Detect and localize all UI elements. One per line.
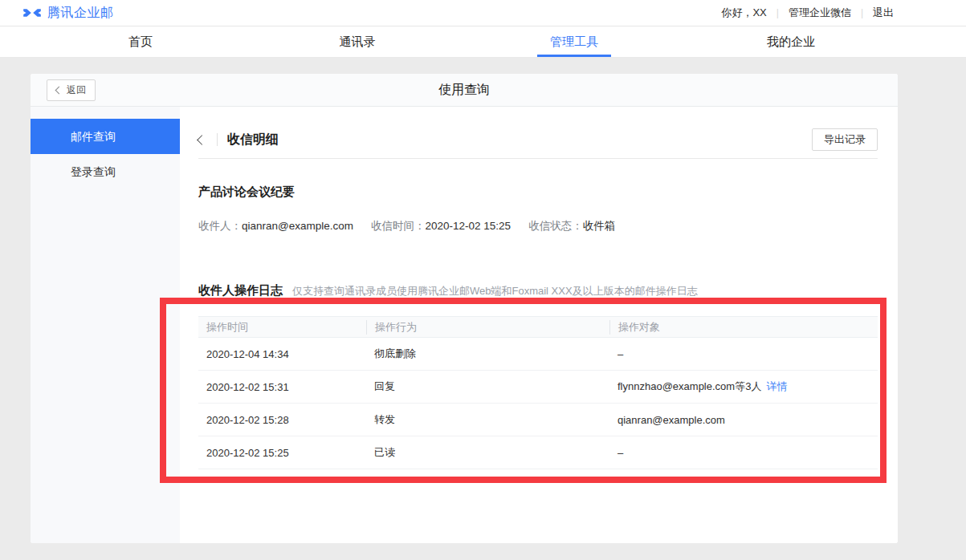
- table-body: 2020-12-04 14:34彻底删除–2020-12-02 15:31回复f…: [198, 338, 878, 469]
- cell-target: –: [609, 447, 878, 459]
- sidebar-item-邮件查询[interactable]: 邮件查询: [31, 119, 180, 154]
- back-button-label: 返回: [67, 83, 86, 97]
- chevron-left-icon: [55, 87, 63, 95]
- export-records-button[interactable]: 导出记录: [812, 128, 878, 151]
- nav-tabs: 首页通讯录管理工具我的企业: [0, 26, 966, 58]
- greeting-text: 你好，XX: [721, 6, 766, 20]
- page-title: 使用查询: [438, 82, 490, 99]
- logo-text: 腾讯企业邮: [47, 5, 114, 22]
- tab-通讯录[interactable]: 通讯录: [249, 26, 466, 57]
- cell-time: 2020-12-02 15:25: [198, 447, 366, 459]
- table-row: 2020-12-02 15:25已读–: [198, 436, 878, 469]
- usage-query-panel: 返回 使用查询 邮件查询登录查询 收信明细 导出记录 产品讨论会议纪要 收件人：…: [31, 74, 898, 543]
- cell-time: 2020-12-04 14:34: [198, 348, 366, 360]
- cell-target: –: [609, 348, 878, 360]
- cell-target: flynnzhao@example.com等3人详情: [609, 379, 878, 394]
- column-header-操作时间: 操作时间: [198, 320, 366, 335]
- usage-query-header: 返回 使用查询: [31, 74, 898, 107]
- chevron-left-icon[interactable]: [197, 135, 207, 145]
- cell-action: 转发: [366, 412, 609, 427]
- log-section-title: 收件人操作日志: [198, 283, 283, 298]
- cell-time: 2020-12-02 15:31: [198, 381, 366, 393]
- meta-value: 2020-12-02 15:25: [426, 220, 512, 232]
- cell-action: 彻底删除: [366, 347, 609, 361]
- operation-log-table: 操作时间操作行为操作对象 2020-12-04 14:34彻底删除–2020-1…: [198, 316, 878, 469]
- meta-field: 收件人：qianran@example.com: [198, 219, 353, 233]
- tab-我的企业[interactable]: 我的企业: [683, 26, 899, 57]
- target-text: qianran@example.com: [618, 414, 725, 426]
- meta-label: 收件人：: [198, 220, 242, 232]
- divider: [198, 158, 878, 159]
- divider: [217, 133, 218, 146]
- back-button[interactable]: 返回: [47, 79, 96, 101]
- manage-wecom-link[interactable]: 管理企业微信: [789, 6, 851, 20]
- table-row: 2020-12-02 15:28转发qianran@example.com: [198, 404, 878, 436]
- meta-value: 收件箱: [583, 220, 616, 232]
- detail-panel: 收信明细 导出记录 产品讨论会议纪要 收件人：qianran@example.c…: [180, 107, 898, 543]
- column-header-操作对象: 操作对象: [609, 320, 878, 335]
- log-section-header: 收件人操作日志 仅支持查询通讯录成员使用腾讯企业邮Web端和Foxmail XX…: [198, 283, 898, 298]
- sidebar: 邮件查询登录查询: [31, 107, 180, 543]
- meta-field: 收信时间：2020-12-02 15:25: [371, 219, 511, 233]
- table-header-row: 操作时间操作行为操作对象: [198, 316, 878, 338]
- logout-link[interactable]: 退出: [873, 6, 894, 20]
- cell-time: 2020-12-02 15:28: [198, 414, 366, 426]
- table-row: 2020-12-02 15:31回复flynnzhao@example.com等…: [198, 371, 878, 404]
- target-text: –: [618, 447, 623, 459]
- divider: |: [861, 7, 863, 18]
- cell-action: 已读: [366, 445, 609, 460]
- cell-target: qianran@example.com: [609, 414, 878, 426]
- sidebar-item-登录查询[interactable]: 登录查询: [31, 154, 180, 189]
- topbar: 腾讯企业邮 你好，XX | 管理企业微信 | 退出: [0, 0, 966, 26]
- meta-label: 收信时间：: [371, 220, 426, 232]
- detail-link[interactable]: 详情: [766, 380, 787, 392]
- detail-header: 收信明细 导出记录: [180, 107, 898, 158]
- tab-首页[interactable]: 首页: [32, 26, 249, 57]
- divider: |: [776, 7, 779, 18]
- table-row: 2020-12-04 14:34彻底删除–: [198, 338, 878, 371]
- mail-subject: 产品讨论会议纪要: [198, 185, 898, 200]
- tab-管理工具[interactable]: 管理工具: [466, 26, 683, 57]
- topbar-links: 你好，XX | 管理企业微信 | 退出: [721, 6, 894, 20]
- exmail-logo[interactable]: 腾讯企业邮: [22, 5, 114, 22]
- target-text: flynnzhao@example.com等3人: [618, 380, 761, 392]
- meta-value: qianran@example.com: [242, 220, 353, 232]
- column-header-操作行为: 操作行为: [366, 320, 609, 335]
- detail-title: 收信明细: [227, 132, 279, 148]
- meta-field: 收信状态：收件箱: [528, 219, 615, 233]
- meta-label: 收信状态：: [528, 220, 583, 232]
- mail-meta: 收件人：qianran@example.com收信时间：2020-12-02 1…: [198, 219, 898, 233]
- exmail-logo-icon: [22, 6, 42, 20]
- log-section-note: 仅支持查询通讯录成员使用腾讯企业邮Web端和Foxmail XXX及以上版本的邮…: [292, 284, 698, 298]
- target-text: –: [618, 348, 623, 360]
- cell-action: 回复: [366, 379, 609, 394]
